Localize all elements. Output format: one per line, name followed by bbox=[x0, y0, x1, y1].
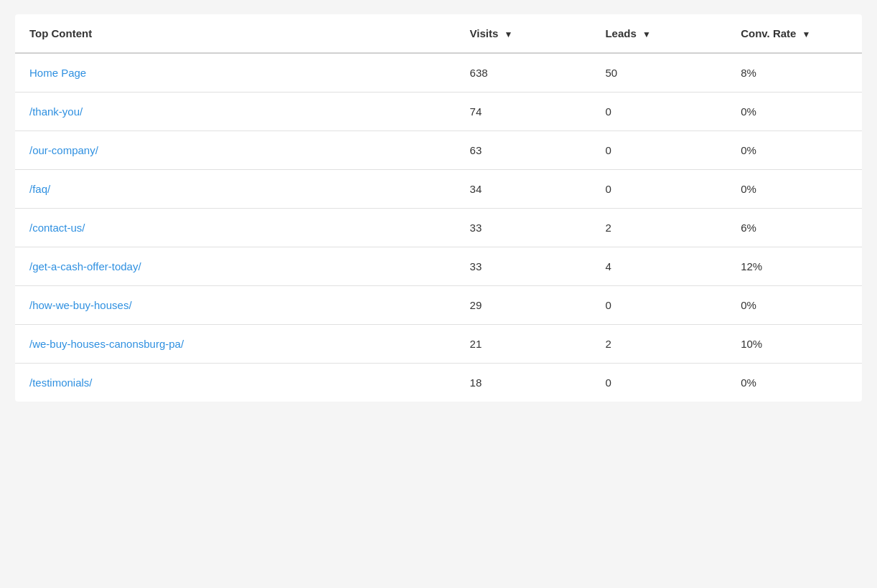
cell-visits: 33 bbox=[456, 209, 591, 247]
cell-leads: 0 bbox=[591, 170, 726, 209]
header-visits[interactable]: Visits ▼ bbox=[456, 14, 591, 53]
convrate-sort-icon: ▼ bbox=[802, 29, 811, 39]
cell-conv-rate: 8% bbox=[726, 53, 862, 93]
cell-visits: 74 bbox=[456, 93, 591, 131]
cell-content[interactable]: /how-we-buy-houses/ bbox=[15, 286, 456, 325]
table-row: /get-a-cash-offer-today/33412% bbox=[15, 247, 862, 286]
header-leads[interactable]: Leads ▼ bbox=[591, 14, 726, 53]
table-row: /we-buy-houses-canonsburg-pa/21210% bbox=[15, 325, 862, 364]
cell-content[interactable]: /faq/ bbox=[15, 170, 456, 209]
table-header-row: Top Content Visits ▼ Leads ▼ Conv. Rate … bbox=[15, 14, 862, 53]
cell-visits: 29 bbox=[456, 286, 591, 325]
cell-conv-rate: 12% bbox=[726, 247, 862, 286]
table-row: Home Page638508% bbox=[15, 53, 862, 93]
cell-conv-rate: 0% bbox=[726, 364, 862, 402]
cell-visits: 638 bbox=[456, 53, 591, 93]
leads-sort-icon: ▼ bbox=[642, 29, 651, 39]
cell-visits: 34 bbox=[456, 170, 591, 209]
cell-leads: 4 bbox=[591, 247, 726, 286]
table-row: /faq/3400% bbox=[15, 170, 862, 209]
cell-conv-rate: 0% bbox=[726, 170, 862, 209]
cell-leads: 2 bbox=[591, 325, 726, 364]
cell-conv-rate: 0% bbox=[726, 286, 862, 325]
cell-leads: 2 bbox=[591, 209, 726, 247]
cell-leads: 0 bbox=[591, 93, 726, 131]
cell-content[interactable]: /contact-us/ bbox=[15, 209, 456, 247]
cell-conv-rate: 6% bbox=[726, 209, 862, 247]
cell-visits: 21 bbox=[456, 325, 591, 364]
visits-sort-icon: ▼ bbox=[505, 29, 513, 39]
header-conv-rate[interactable]: Conv. Rate ▼ bbox=[726, 14, 862, 53]
table-row: /contact-us/3326% bbox=[15, 209, 862, 247]
table-row: /testimonials/1800% bbox=[15, 364, 862, 402]
cell-leads: 50 bbox=[591, 53, 726, 93]
cell-leads: 0 bbox=[591, 286, 726, 325]
cell-content[interactable]: /testimonials/ bbox=[15, 364, 456, 402]
cell-visits: 63 bbox=[456, 131, 591, 170]
top-content-table: Top Content Visits ▼ Leads ▼ Conv. Rate … bbox=[15, 14, 862, 402]
cell-content[interactable]: /we-buy-houses-canonsburg-pa/ bbox=[15, 325, 456, 364]
cell-visits: 18 bbox=[456, 364, 591, 402]
cell-content[interactable]: /thank-you/ bbox=[15, 93, 456, 131]
cell-leads: 0 bbox=[591, 131, 726, 170]
cell-content[interactable]: /get-a-cash-offer-today/ bbox=[15, 247, 456, 286]
header-content: Top Content bbox=[15, 14, 456, 53]
table-row: /our-company/6300% bbox=[15, 131, 862, 170]
cell-visits: 33 bbox=[456, 247, 591, 286]
table-row: /thank-you/7400% bbox=[15, 93, 862, 131]
cell-conv-rate: 10% bbox=[726, 325, 862, 364]
cell-conv-rate: 0% bbox=[726, 131, 862, 170]
cell-content[interactable]: Home Page bbox=[15, 53, 456, 93]
table-row: /how-we-buy-houses/2900% bbox=[15, 286, 862, 325]
cell-content[interactable]: /our-company/ bbox=[15, 131, 456, 170]
cell-leads: 0 bbox=[591, 364, 726, 402]
cell-conv-rate: 0% bbox=[726, 93, 862, 131]
